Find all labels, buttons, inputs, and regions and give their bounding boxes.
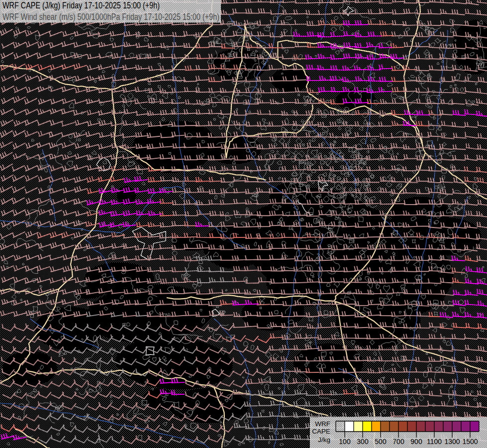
svg-text:WRF Wind shear (m/s) 500/1000h: WRF Wind shear (m/s) 500/1000hPa Friday … bbox=[2, 11, 219, 22]
svg-text:900: 900 bbox=[410, 438, 422, 446]
svg-text:WRF CAPE (J/kg) Friday 17-10-2: WRF CAPE (J/kg) Friday 17-10-2025 15:00 … bbox=[2, 0, 160, 10]
svg-text:WRF: WRF bbox=[315, 420, 330, 428]
svg-text:1300: 1300 bbox=[444, 438, 460, 446]
svg-text:CAPE: CAPE bbox=[312, 428, 330, 435]
svg-text:500: 500 bbox=[375, 438, 387, 446]
svg-text:1500: 1500 bbox=[462, 438, 478, 446]
svg-text:1100: 1100 bbox=[427, 438, 442, 446]
svg-text:300: 300 bbox=[357, 438, 369, 446]
svg-text:J/kg: J/kg bbox=[318, 436, 330, 444]
svg-text:100: 100 bbox=[339, 438, 351, 446]
svg-text:700: 700 bbox=[392, 438, 404, 446]
